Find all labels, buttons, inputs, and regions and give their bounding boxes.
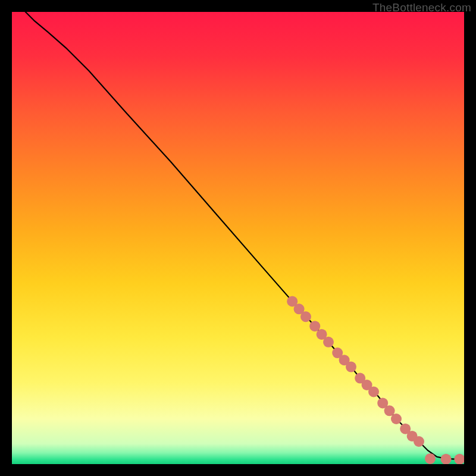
marker-point <box>323 337 334 347</box>
bottleneck-chart <box>12 12 464 464</box>
marker-point <box>368 386 379 397</box>
marker-point <box>414 436 424 447</box>
marker-point <box>425 453 436 464</box>
marker-point <box>300 311 311 322</box>
chart-stage: TheBottleneck.com <box>0 0 476 476</box>
marker-point <box>346 362 356 372</box>
plot-background <box>12 12 464 464</box>
marker-point <box>441 454 452 464</box>
marker-point <box>391 414 402 424</box>
